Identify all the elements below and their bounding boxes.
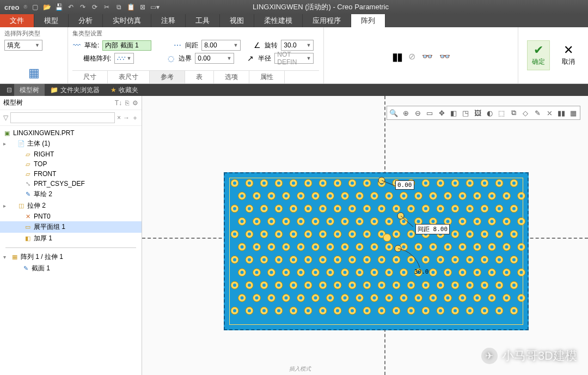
spacing-input[interactable]: 8.00▼ bbox=[201, 40, 241, 51]
layers-icon[interactable]: ◧ bbox=[448, 107, 459, 118]
redo-icon[interactable]: ↷ bbox=[78, 3, 87, 11]
wireframe-icon[interactable]: ⬚ bbox=[496, 107, 507, 118]
view-icon[interactable]: ◳ bbox=[460, 107, 471, 118]
title-bar: creo ® ▢ 📂 💾 ↶ ↷ ⟳ ✂ ⧉ 📋 ⊠ ▭▾ LINGXINGWE… bbox=[0, 0, 588, 14]
pan-icon[interactable]: ✥ bbox=[436, 107, 447, 118]
ribbon: 选择阵列类型 填充▼ ▦ 集类型设置 〰 草绘: 内部 截面 1 ⋯ 间距 8.… bbox=[0, 27, 588, 84]
sidebar-tab-browser[interactable]: 📁文件夹浏览器 bbox=[45, 84, 105, 96]
tab-analysis[interactable]: 分析 bbox=[69, 14, 103, 27]
pause2-icon[interactable]: ▮▮ bbox=[556, 107, 567, 118]
x-icon: ✕ bbox=[564, 44, 573, 56]
filter-icon[interactable]: ▽ bbox=[3, 114, 8, 122]
zoom-fit-icon[interactable]: 🔍 bbox=[388, 107, 399, 118]
svg-point-444 bbox=[383, 234, 391, 241]
rotate-input[interactable]: 30.0▼ bbox=[281, 40, 314, 51]
tree-tool1-icon[interactable]: T↓ bbox=[115, 99, 122, 107]
zoom-out-icon[interactable]: ⊖ bbox=[412, 107, 423, 118]
tree-node[interactable]: ▱RIGHT bbox=[0, 149, 142, 159]
dim-top-label[interactable]: 0.00 bbox=[395, 180, 414, 190]
dim-angle-label[interactable]: 30.0 bbox=[413, 268, 431, 276]
tree-item-icon: ◧ bbox=[24, 235, 32, 243]
new-file-icon[interactable]: ▢ bbox=[30, 3, 39, 11]
tab-tools[interactable]: 工具 bbox=[186, 14, 220, 27]
subtab-props[interactable]: 属性 bbox=[249, 71, 285, 83]
tab-file[interactable]: 文件 bbox=[0, 14, 34, 27]
edges-icon[interactable]: ⧉ bbox=[508, 107, 519, 118]
tree-node[interactable]: ✕PNT0 bbox=[0, 211, 142, 221]
add-filter-icon[interactable]: ＋ bbox=[132, 113, 138, 123]
save-img-icon[interactable]: 🖼 bbox=[472, 107, 483, 118]
check-icon: ✔ bbox=[534, 44, 543, 56]
box-icon[interactable]: ▭ bbox=[424, 107, 435, 118]
tab-apps[interactable]: 应用程序 bbox=[303, 14, 351, 27]
tree-node[interactable]: ▱FRONT bbox=[0, 169, 142, 179]
tree-node[interactable]: ⤡PRT_CSYS_DEF bbox=[0, 179, 142, 189]
tree-tool3-icon[interactable]: ⚙ bbox=[132, 99, 138, 107]
copy-icon[interactable]: ⧉ bbox=[114, 3, 123, 11]
cut-icon[interactable]: ✂ bbox=[102, 3, 111, 11]
zoom-in-icon[interactable]: ⊕ bbox=[400, 107, 411, 118]
tree-node[interactable]: ✎草绘 2 bbox=[0, 189, 142, 200]
subtab-dim[interactable]: 尺寸 bbox=[72, 71, 108, 83]
tab-sim[interactable]: 实时仿真 bbox=[103, 14, 151, 27]
shade-icon[interactable]: ◐ bbox=[484, 107, 495, 118]
tree-pattern[interactable]: ▾ ▦ 阵列 1 / 拉伸 1 bbox=[0, 251, 142, 263]
pattern-type-label: 选择阵列类型 bbox=[4, 29, 63, 38]
tree-toggle-icon[interactable]: ⊟ bbox=[4, 86, 14, 94]
tree-pattern-child[interactable]: ✎ 截面 1 bbox=[0, 263, 142, 274]
pattern-icon: ▦ bbox=[28, 66, 40, 80]
tree-search-input[interactable] bbox=[10, 112, 115, 123]
tab-annotate[interactable]: 注释 bbox=[151, 14, 186, 27]
tree-item-icon: ✎ bbox=[24, 191, 32, 198]
subtab-options[interactable]: 选项 bbox=[214, 71, 249, 83]
paste-icon[interactable]: 📋 bbox=[126, 3, 135, 11]
grid-label: 栅格阵列: bbox=[83, 54, 111, 63]
undo-icon[interactable]: ↶ bbox=[66, 3, 75, 11]
subtab-table[interactable]: 表 bbox=[185, 71, 214, 83]
glasses1-icon[interactable]: 👓 bbox=[422, 51, 433, 62]
pause-icon[interactable]: ▮▮ bbox=[392, 50, 402, 63]
open-file-icon[interactable]: 📂 bbox=[42, 3, 51, 11]
radius-input[interactable]: NOT DEFIN▼ bbox=[274, 53, 314, 64]
settings-icon[interactable]: ▭▾ bbox=[150, 3, 159, 11]
ok-button[interactable]: ✔ 确定 bbox=[527, 40, 550, 70]
tree-node[interactable]: ◧加厚 1 bbox=[0, 233, 142, 244]
dim-spacing-label[interactable]: 间距 8.00 bbox=[415, 224, 450, 234]
grid-pattern-select[interactable]: ∴∵▼ bbox=[114, 53, 134, 64]
subtab-ref[interactable]: 参考 bbox=[150, 71, 185, 83]
tree-tool2-icon[interactable]: ⎘ bbox=[125, 99, 129, 107]
tab-model[interactable]: 模型 bbox=[34, 14, 69, 27]
clear-search-icon[interactable]: × bbox=[117, 114, 121, 122]
subtab-tabledim[interactable]: 表尺寸 bbox=[108, 71, 150, 83]
tree-item-icon: 📄 bbox=[17, 140, 25, 148]
tree-node[interactable]: ▸◫拉伸 2 bbox=[0, 200, 142, 211]
cancel-button[interactable]: ✕ 取消 bbox=[558, 41, 579, 70]
perspective-icon[interactable]: ◇ bbox=[520, 107, 531, 118]
tree-node[interactable]: ▭展平面组 1 bbox=[0, 221, 142, 233]
axes-icon[interactable]: ⤫ bbox=[544, 107, 555, 118]
tree-node[interactable]: ▸📄主体 (1) bbox=[0, 138, 142, 149]
sidebar-tab-tree[interactable]: 模型树 bbox=[14, 84, 45, 96]
tree-root[interactable]: ▣ LINGXINGWEN.PRT bbox=[0, 128, 142, 138]
annot-icon[interactable]: ✎ bbox=[532, 107, 543, 118]
grid-icon[interactable]: ▦ bbox=[568, 107, 579, 118]
graphics-area[interactable]: 0.00 间距 8.00 30.0 🔍 ⊕ ⊖ ▭ ✥ ◧ ◳ 🖼 ◐ ⬚ ⧉ … bbox=[142, 96, 588, 375]
regen-icon[interactable]: ⟳ bbox=[90, 3, 99, 11]
tab-pattern[interactable]: 阵列 bbox=[351, 14, 385, 27]
close-window-icon[interactable]: ⊠ bbox=[138, 3, 147, 11]
sketch-ref[interactable]: 内部 截面 1 bbox=[102, 40, 151, 51]
tree-item-icon: ▱ bbox=[24, 150, 32, 158]
border-input[interactable]: 0.00▼ bbox=[195, 53, 234, 64]
tab-view[interactable]: 视图 bbox=[220, 14, 254, 27]
pattern-type-select[interactable]: 填充▼ bbox=[4, 40, 42, 51]
tree-item-icon: ◫ bbox=[17, 202, 25, 210]
no-icon[interactable]: ⊘ bbox=[408, 51, 415, 62]
radius-label: 半径 bbox=[258, 54, 271, 63]
tree-node[interactable]: ▱TOP bbox=[0, 159, 142, 169]
glasses2-icon[interactable]: 👓 bbox=[439, 51, 450, 62]
status-mode: 插入模式 bbox=[289, 365, 311, 373]
save-icon[interactable]: 💾 bbox=[54, 3, 63, 11]
sidebar-tab-fav[interactable]: ★收藏夹 bbox=[105, 84, 144, 96]
tab-flex[interactable]: 柔性建模 bbox=[254, 14, 303, 27]
search-go-icon[interactable]: → bbox=[123, 114, 130, 122]
